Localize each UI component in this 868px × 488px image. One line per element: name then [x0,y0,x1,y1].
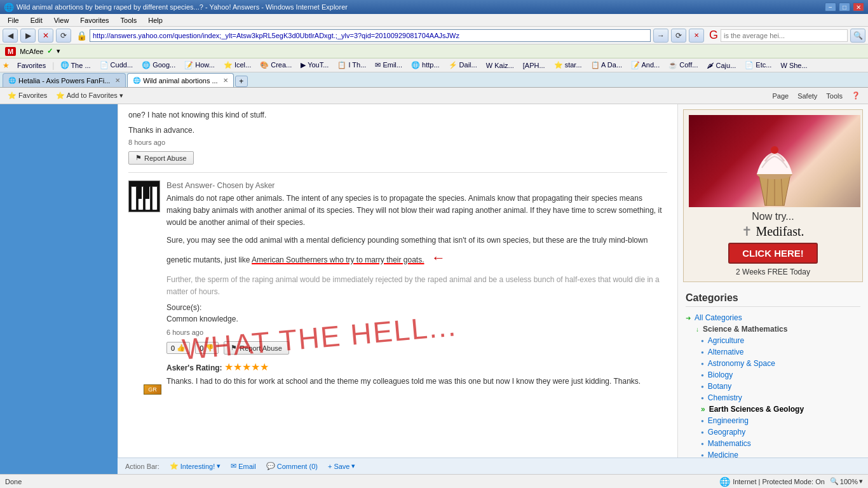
cat-medicine[interactable]: ● Medicine [686,449,860,458]
answer-para-3: Further, the sperm of the raping animal … [166,274,667,298]
red-arrow-2: ← [431,250,445,266]
refresh-btn2[interactable]: ⟳ [671,29,686,43]
cat-alternative[interactable]: ● Alternative [686,346,860,358]
ad-cupcake-image [689,115,860,207]
cat-geography[interactable]: ● Geography [686,426,860,438]
fav-item-15[interactable]: 📋 A Da... [587,60,626,70]
cat-astronomy[interactable]: ● Astronomy & Space [686,358,860,369]
ad-box: Now try... ✝ Medifast. CLICK HERE! 2 Wee… [683,109,863,282]
menu-file[interactable]: File [3,16,24,25]
back-button[interactable]: ◀ [3,29,18,43]
cat-engineering[interactable]: ● Engineering [686,415,860,426]
cat-biology-label: Biology [708,370,733,379]
cat-bullet-engineering: ● [701,418,704,424]
menu-tools[interactable]: Tools [116,16,142,25]
menu-favorites[interactable]: Favorites [75,16,114,25]
help-cmd[interactable]: ❓ [849,91,863,100]
fav-item-2[interactable]: 📄 Cudd... [96,60,137,70]
fav-item-16[interactable]: 📝 And... [627,60,663,70]
save-button[interactable]: + Save ▾ [328,462,356,470]
vote-up-button[interactable]: 0 👍 [166,342,190,354]
search-button[interactable]: 🔍 [850,29,865,43]
cat-botany[interactable]: ● Botany [686,381,860,392]
fav-item-5[interactable]: ⭐ Icel... [220,60,255,70]
tab-wild-animal[interactable]: 🌐 Wild animal abortions ... ✕ [127,73,233,87]
comment-button[interactable]: 💬 Comment (0) [266,462,318,470]
cat-biology[interactable]: ● Biology [686,369,860,381]
report-abuse-2-button[interactable]: ⚑ Report Abuse [224,341,289,355]
cat-chemistry[interactable]: ● Chemistry [686,392,860,403]
menu-view[interactable]: View [49,16,74,25]
zoom-controls: 🔍 100% ▾ [830,477,863,485]
maximize-button[interactable]: □ [839,3,850,11]
search-input[interactable] [721,29,848,42]
interesting-button[interactable]: ⭐ Interesting! ▾ [170,462,220,470]
report-abuse-button[interactable]: ⚑ Report Abuse [128,151,194,165]
fav-item-3[interactable]: 🌐 Goog... [138,60,179,70]
chosen-by: - Chosen by Asker [212,181,275,190]
go-button[interactable]: → [653,29,668,43]
refresh-button[interactable]: ⟳ [56,29,71,43]
fav-item-12[interactable]: W Kaiz... [482,61,518,70]
forward-button[interactable]: ▶ [20,29,36,43]
favorites-cmd[interactable]: ⭐ Favorites [5,91,50,100]
interesting-dropdown[interactable]: ▾ [217,462,220,470]
fav-item-7[interactable]: ▶ YouT... [297,60,332,70]
mcafee-dropdown[interactable]: ▾ [57,47,60,55]
menu-bar: File Edit View Favorites Tools Help [0,14,868,27]
save-dropdown[interactable]: ▾ [351,462,355,470]
close-button[interactable]: ✕ [853,3,864,11]
cat-science-math[interactable]: ↓ Science & Mathematics [686,323,860,335]
fav-item-11[interactable]: ⚡ Dail... [445,60,481,70]
vote-down-button[interactable]: 0 👎 [195,342,219,354]
cat-mathematics[interactable]: ● Mathematics [686,438,860,449]
stop-button[interactable]: ✕ [38,29,53,43]
fav-item-20[interactable]: W She... [776,61,811,70]
tab-hetalia-close[interactable]: ✕ [115,77,120,84]
cat-geography-label: Geography [708,428,745,437]
fav-item-8[interactable]: 📋 I Th... [334,60,370,70]
title-bar: 🌐 Wild animal abortions by being raped b… [0,0,868,14]
address-input[interactable] [90,29,651,42]
tab-wild-close[interactable]: ✕ [223,77,228,84]
tab-hetalia-label: Hetalia - Axis Powers FanFi... [18,77,110,85]
cat-agriculture[interactable]: ● Agriculture [686,335,860,346]
tab-hetalia[interactable]: 🌐 Hetalia - Axis Powers FanFi... ✕ [3,73,126,87]
fav-item-18[interactable]: 🌶 Caju... [703,61,740,70]
best-answer-label: Best Answer- Chosen by Asker [166,180,667,190]
vote-down-count: 0 [200,344,203,352]
avatar-area: GR ➤ [128,180,160,393]
minimize-button[interactable]: − [825,3,836,11]
window-title: Wild animal abortions by being raped by … [17,3,348,11]
fav-item-6[interactable]: 🎨 Crea... [256,60,295,70]
fav-item-13[interactable]: [APH... [519,61,549,70]
fav-item-4[interactable]: 📝 How... [180,60,219,70]
new-tab-button[interactable]: + [235,76,248,87]
fav-item-9[interactable]: ✉ Emil... [371,60,406,70]
email-button[interactable]: ✉ Email [231,462,256,470]
tools-cmd[interactable]: Tools [824,92,845,100]
fav-item-17[interactable]: ☕ Coff... [665,60,702,70]
cat-earth-sciences[interactable]: » Earth Sciences & Geology [686,403,860,415]
status-left: Done [5,478,22,485]
report-abuse-2-label: Report Abuse [240,344,282,352]
page-cmd[interactable]: Page [770,92,791,100]
ad-click-button[interactable]: CLICK HERE! [728,243,818,264]
cat-chemistry-label: Chemistry [708,393,742,402]
fav-item-19[interactable]: 📄 Etc... [741,60,775,70]
menu-help[interactable]: Help [143,16,168,25]
menu-edit[interactable]: Edit [25,16,48,25]
fav-item-1[interactable]: 🌐 The ... [57,60,94,70]
internet-text: Internet | Protected Mode: On [733,478,825,485]
stop-btn2[interactable]: ✕ [689,29,704,43]
favorites-label[interactable]: Favorites [13,61,50,70]
mcafee-bar: M McAfee ✓ ▾ [0,44,868,58]
fav-item-10[interactable]: 🌐 http... [407,60,444,70]
fav-item-14[interactable]: ⭐ star... [550,60,586,70]
add-to-favorites-cmd[interactable]: ⭐ Add to Favorites ▾ [53,91,126,100]
report-abuse-label: Report Abuse [144,154,187,162]
safety-cmd[interactable]: Safety [795,92,820,100]
zoom-dropdown[interactable]: ▾ [859,477,863,485]
cat-all-categories[interactable]: ➜ All Categories [686,312,860,323]
source-label: Source(s): [166,303,667,312]
